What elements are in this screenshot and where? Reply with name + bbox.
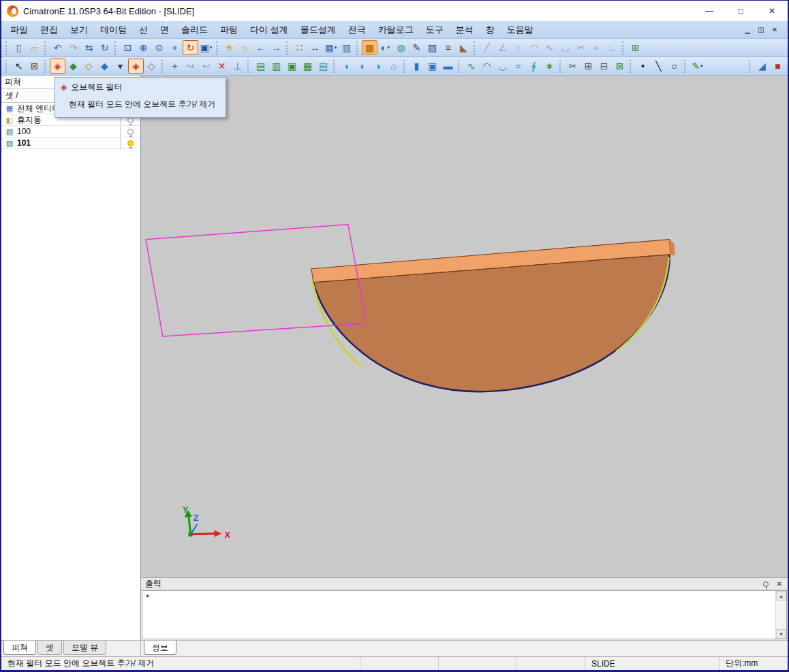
pick-arrow-icon[interactable]: ↖ — [11, 59, 27, 74]
scroll-down-button[interactable]: ▼ — [776, 629, 786, 639]
menu-face[interactable]: 면 — [154, 21, 175, 39]
menu-electrode[interactable]: 전극 — [342, 21, 372, 39]
quick-select-icon[interactable]: ⊠ — [27, 59, 42, 74]
tab-features[interactable]: 피쳐 — [3, 641, 36, 655]
circle-tool-icon[interactable]: ○ — [666, 59, 682, 74]
menu-analysis[interactable]: 분석 — [450, 21, 480, 39]
object-filter-icon[interactable]: ◈ — [50, 59, 65, 74]
menu-view[interactable]: 보기 — [64, 21, 94, 39]
tab-sets[interactable]: 셋 — [37, 641, 62, 655]
ucs-icon[interactable]: + — [167, 59, 183, 74]
sketcher-icon[interactable]: ✎▾ — [690, 59, 705, 74]
axes-icon[interactable]: ⊥ — [230, 59, 245, 74]
corner-draft-icon[interactable]: ∟ — [604, 40, 620, 55]
filter-curves-icon[interactable]: ◇ — [81, 59, 97, 74]
link-icon[interactable]: ⇆ — [81, 40, 97, 55]
shaded-display-icon[interactable]: ▩ — [362, 40, 377, 55]
extrude-solid-icon[interactable]: ▮ — [409, 59, 424, 74]
menu-parting[interactable]: 파팅 — [214, 21, 244, 39]
attribute-pen-icon[interactable]: ✎ — [409, 40, 424, 55]
report-icon[interactable]: ▤ — [315, 59, 331, 74]
revolve-solid-icon[interactable]: ▣ — [424, 59, 440, 74]
filter-solids-icon[interactable]: ◆ — [97, 59, 112, 74]
view-orientation-icon[interactable]: ▣▾ — [198, 40, 214, 55]
line-tool-icon[interactable]: ╲ — [651, 59, 666, 74]
extend-surface-icon[interactable]: ◑ — [370, 59, 386, 74]
new-document-icon[interactable]: ▯ — [11, 40, 27, 55]
line-draft-icon[interactable]: ╱ — [479, 40, 495, 55]
sheet-icon[interactable]: ▦ — [300, 59, 315, 74]
3d-viewport-canvas[interactable]: Y Z X — [141, 76, 788, 577]
show-all-icon[interactable]: ☼ — [237, 40, 253, 55]
remesh-icon[interactable]: ⊟ — [596, 59, 612, 74]
round-solid-icon[interactable]: ▬ — [440, 59, 456, 74]
menu-solid[interactable]: 솔리드 — [175, 21, 214, 39]
snap-points-icon[interactable]: ∷ — [292, 40, 307, 55]
render-mode-icon[interactable]: ◐▾ — [377, 40, 393, 55]
add-drawing-icon[interactable]: ▤ — [253, 59, 268, 74]
filter-clear-icon[interactable]: ◈ — [128, 59, 144, 74]
zoom-in-out-icon[interactable]: ⊕ — [136, 40, 151, 55]
menu-file[interactable]: 파일 — [4, 21, 34, 39]
mdi-minimize-button[interactable]: ▁ — [741, 24, 754, 36]
catalog-doc-icon[interactable]: ▣ — [284, 59, 300, 74]
previous-view-icon[interactable]: ← — [253, 40, 268, 55]
pattern-icon[interactable]: ∗ — [542, 59, 557, 74]
spline-curve-icon[interactable]: ∿ — [463, 59, 479, 74]
filter-options-caret[interactable]: ▾ — [112, 59, 128, 74]
visibility-toggle[interactable] — [120, 138, 140, 148]
analysis-icon[interactable]: ▦▾ — [323, 40, 339, 55]
undo-icon[interactable]: ↶ — [50, 40, 65, 55]
tree-item-set-100[interactable]: ▧100 — [1, 126, 140, 138]
composite-curve-icon[interactable]: ∮ — [526, 59, 542, 74]
viewport[interactable]: Y Z X — [141, 76, 788, 577]
rotate-view-icon[interactable]: ↻ — [183, 40, 198, 55]
mesh-icon[interactable]: ⊞ — [581, 59, 596, 74]
hatch-icon[interactable]: ▨ — [424, 40, 440, 55]
copy-drawing-icon[interactable]: ▥ — [268, 59, 284, 74]
erase-blank-icon[interactable]: ◣ — [456, 40, 471, 55]
output-close-icon[interactable]: ✕ — [775, 580, 784, 588]
spline-draft-icon[interactable]: ∿ — [542, 40, 557, 55]
wcs-triad-icon[interactable]: ◢ — [754, 59, 770, 74]
menu-window[interactable]: 창 — [480, 21, 501, 39]
menu-datum[interactable]: 데이텀 — [94, 21, 133, 39]
filter-mode-icon[interactable]: ◇ — [144, 59, 159, 74]
pan-icon[interactable]: + — [167, 40, 183, 55]
measure-icon[interactable]: ↔ — [307, 40, 323, 55]
offset-draft-icon[interactable]: ≈ — [589, 40, 604, 55]
close-button[interactable]: ✕ — [756, 1, 788, 21]
stitch-icon[interactable]: ⊠ — [612, 59, 628, 74]
pin-icon[interactable] — [763, 581, 769, 587]
circle-draft-icon[interactable]: ○ — [510, 40, 526, 55]
grid-icon[interactable]: ⊞ — [628, 40, 643, 55]
open-file-icon[interactable]: ▱ — [27, 40, 42, 55]
display-list-icon[interactable]: ≡ — [440, 40, 456, 55]
zoom-window-icon[interactable]: ⊡ — [120, 40, 136, 55]
tab-info[interactable]: 정보 — [144, 641, 176, 655]
blend-surface-icon[interactable]: ◗ — [354, 59, 370, 74]
menu-curve[interactable]: 선 — [133, 21, 154, 39]
color-fill-icon[interactable]: ◍ — [393, 40, 409, 55]
model-slide[interactable] — [311, 240, 675, 391]
patch-surface-icon[interactable]: ⌂ — [386, 59, 401, 74]
refresh-icon[interactable]: ↻ — [97, 40, 112, 55]
project-curve-icon[interactable]: ≈ — [510, 59, 526, 74]
split-icon[interactable]: ✂ — [565, 59, 581, 74]
zoom-all-icon[interactable]: ⊙ — [151, 40, 167, 55]
drag-icon[interactable]: ↩ — [198, 59, 214, 74]
menu-edit[interactable]: 편집 — [34, 21, 64, 39]
menu-help[interactable]: 도움말 — [501, 21, 540, 39]
maximize-button[interactable]: □ — [725, 1, 756, 21]
exit-app-icon[interactable]: ■ — [770, 59, 786, 74]
menu-tools[interactable]: 도구 — [420, 21, 450, 39]
scroll-up-button[interactable]: ▲ — [776, 591, 786, 601]
point-tool-icon[interactable]: • — [635, 59, 651, 74]
tab-model-view[interactable]: 모델 뷰 — [63, 641, 106, 655]
mdi-close-button[interactable]: ✕ — [769, 24, 781, 36]
menu-die-design[interactable]: 다이 설계 — [244, 21, 294, 39]
arc-draft-icon[interactable]: ◠ — [526, 40, 542, 55]
trim-draft-icon[interactable]: ✂ — [573, 40, 589, 55]
angle-draft-icon[interactable]: ∠ — [495, 40, 510, 55]
show-hide-icon[interactable]: ☀ — [221, 40, 237, 55]
